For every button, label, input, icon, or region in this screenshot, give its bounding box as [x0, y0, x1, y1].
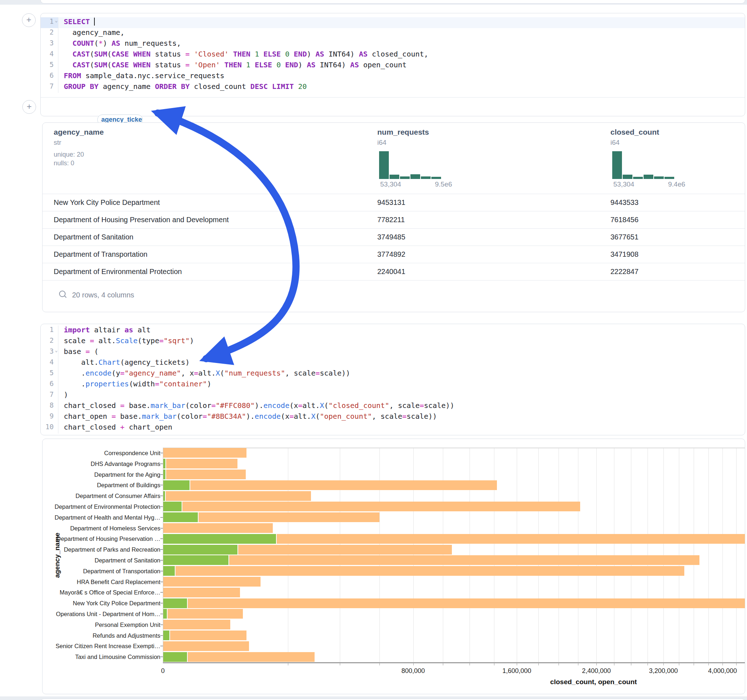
x-axis-tick	[578, 663, 578, 665]
column-header[interactable]: num_requests	[377, 128, 429, 136]
code-text: .properties(width="container")	[58, 380, 211, 390]
chart-output-card: 0800,0001,600,0002,400,0003,200,0004,000…	[42, 439, 745, 694]
bar-open-count	[163, 609, 168, 619]
histogram-bar	[623, 175, 632, 179]
x-axis-tick	[413, 663, 414, 665]
y-axis-tick	[160, 646, 163, 646]
y-axis-tick	[160, 453, 163, 453]
python-code-editor[interactable]: 1import altair as alt2scale = alt.Scale(…	[41, 326, 745, 433]
y-axis-label: Refunds and Adjustments	[45, 632, 160, 639]
bar-open-count	[163, 599, 188, 608]
histogram-max-label: 9.4e6	[668, 180, 685, 188]
gridline	[443, 448, 443, 662]
bar-closed-count	[163, 502, 580, 511]
y-axis-tick	[160, 506, 163, 507]
cell-value[interactable]: 2240041	[377, 263, 405, 280]
fold-chevron-icon[interactable]: ⌄	[55, 347, 57, 353]
x-axis-tick	[558, 663, 559, 665]
code-line[interactable]: 3 COUNT(*) AS num_requests,	[41, 39, 745, 50]
code-line[interactable]: 6FROM sample_data.nyc.service_requests	[41, 71, 745, 82]
code-line[interactable]: 4 CAST(SUM(CASE WHEN status = 'Closed' T…	[41, 50, 745, 60]
bar-closed-count	[163, 469, 246, 479]
code-line[interactable]: 3⌄base = (	[41, 347, 745, 358]
code-line[interactable]: 1import altair as alt	[41, 326, 745, 336]
cell-agency-name[interactable]: Department of Environmental Protection	[54, 263, 182, 280]
code-text: GROUP BY agency_name ORDER BY closed_cou…	[58, 82, 307, 93]
y-axis-label: Department of Consumer Affairs	[45, 492, 160, 499]
bar-closed-count	[163, 641, 249, 651]
histogram-bar	[654, 177, 664, 179]
code-line[interactable]: 4 alt.Chart(agency_tickets)	[41, 358, 745, 369]
x-axis-tick	[708, 663, 709, 665]
code-line[interactable]: 2scale = alt.Scale(type="sqrt")	[41, 336, 745, 347]
histogram-bar	[410, 174, 420, 179]
x-axis-label: 4,000,000	[708, 667, 737, 675]
add-cell-button-between[interactable]: +	[22, 100, 36, 114]
histogram-bar	[379, 151, 389, 179]
cell-value[interactable]: 3749485	[377, 228, 405, 246]
cell-agency-name[interactable]: Department of Housing Preservation and D…	[54, 211, 229, 228]
x-axis-tick	[340, 663, 340, 665]
cell-value[interactable]: 3774892	[377, 246, 405, 263]
y-axis-label: Taxi and Limousine Commission	[45, 653, 160, 661]
y-axis-label: DHS Advantage Programs	[45, 460, 160, 468]
fold-chevron-icon[interactable]: ⌄	[55, 18, 57, 23]
cell-agency-name[interactable]: Department of Transportation	[54, 246, 147, 263]
x-axis-tick	[596, 663, 597, 665]
bar-closed-count	[163, 459, 237, 468]
code-line[interactable]: 10chart_closed + chart_open	[41, 423, 745, 433]
column-header[interactable]: closed_count	[611, 128, 659, 136]
code-line[interactable]: 5 .encode(y="agency_name", x=alt.X("num_…	[41, 369, 745, 380]
code-line[interactable]: 2 agency_name,	[41, 28, 745, 39]
cell-value[interactable]: 7618456	[611, 211, 638, 228]
line-number: 10	[41, 423, 58, 433]
code-line[interactable]: 5 CAST(SUM(CASE WHEN status = 'Open' THE…	[41, 60, 745, 71]
y-axis-tick	[160, 582, 163, 582]
line-number: 4	[41, 358, 58, 369]
y-axis-label: Correspondence Unit	[45, 450, 160, 457]
gridline	[380, 448, 380, 662]
cell-value[interactable]: 3471908	[611, 246, 638, 263]
y-axis-label: Department for the Aging	[45, 471, 160, 478]
y-axis-label: HRA Benefit Card Replacement	[45, 578, 160, 585]
bar-closed-count	[163, 588, 240, 597]
cell-agency-name[interactable]: Department of Sanitation	[54, 228, 133, 246]
histogram-min-label: 53,304	[613, 180, 634, 188]
y-axis-tick	[160, 549, 163, 550]
gridline	[288, 448, 288, 662]
y-axis-tick	[160, 603, 163, 603]
add-cell-button-top[interactable]: +	[22, 13, 36, 27]
plus-icon: +	[27, 101, 32, 111]
cell-agency-name[interactable]: New York City Police Department	[54, 194, 160, 211]
code-line[interactable]: 7)	[41, 390, 745, 401]
line-number: 1⌄	[41, 17, 58, 28]
bar-open-count	[163, 545, 238, 555]
cell-value[interactable]: 7782211	[377, 211, 405, 228]
cell-value[interactable]: 9443533	[611, 194, 638, 211]
gridline	[736, 448, 736, 662]
code-line[interactable]: 8chart_closed = base.mark_bar(color="#FF…	[41, 401, 745, 412]
bar-open-count	[163, 480, 190, 490]
cell-value[interactable]: 9453131	[377, 194, 405, 211]
code-line[interactable]: 9chart_open = base.mark_bar(color="#8BC3…	[41, 412, 745, 423]
y-axis-tick	[160, 538, 163, 539]
cell-value[interactable]: 3677651	[611, 228, 638, 246]
gridline	[694, 448, 694, 662]
histogram-bar	[431, 177, 441, 179]
code-line[interactable]: 1⌄SELECT	[41, 17, 745, 28]
code-line[interactable]: 6 .properties(width="container")	[41, 380, 745, 390]
code-line[interactable]: 7GROUP BY agency_name ORDER BY closed_co…	[41, 82, 745, 93]
code-text: .encode(y="agency_name", x=alt.X("num_re…	[58, 369, 350, 380]
cell-value[interactable]: 2222847	[611, 263, 638, 280]
column-header[interactable]: agency_name	[54, 128, 104, 136]
x-axis-tick	[470, 663, 470, 665]
line-number: 4	[41, 50, 58, 60]
line-number: 6	[41, 71, 58, 82]
sql-code-editor[interactable]: 1⌄SELECT 2 agency_name,3 COUNT(*) AS num…	[41, 17, 745, 93]
x-axis-tick	[380, 663, 380, 665]
histogram-bar	[400, 177, 410, 179]
line-number: 5	[41, 369, 58, 380]
histogram-min-label: 53,304	[380, 180, 401, 188]
histogram-max-label: 9.5e6	[435, 180, 452, 188]
search-icon[interactable]	[59, 291, 66, 297]
